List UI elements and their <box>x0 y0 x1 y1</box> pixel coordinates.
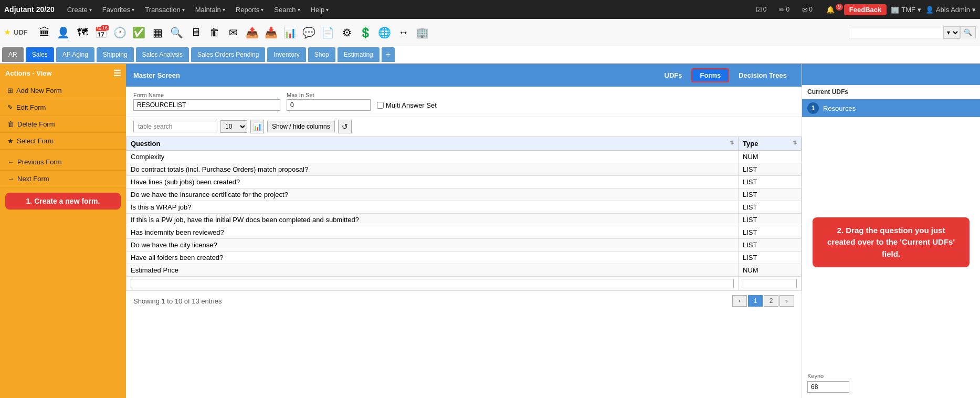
cell-type: LIST <box>739 176 802 188</box>
trash-toolbar-icon[interactable]: 🗑 <box>206 24 223 41</box>
tab-estimating[interactable]: Estimating <box>338 47 380 62</box>
nav-create[interactable]: Create ▾ <box>63 4 96 16</box>
table-row[interactable]: Do we have the insurance certificate for… <box>127 188 802 201</box>
doc-icon[interactable]: 📄 <box>320 24 336 41</box>
settings-icon[interactable]: ⚙ <box>339 24 355 41</box>
export-icon[interactable]: 📊 <box>250 120 264 133</box>
tab-forms[interactable]: Forms <box>691 68 729 82</box>
cell-type: LIST <box>739 226 802 239</box>
sidebar-item-add-new-form[interactable]: ⊞ Add New Form <box>0 82 126 99</box>
grid-icon[interactable]: ▦ <box>150 24 166 41</box>
tab-decision-trees[interactable]: Decision Trees <box>731 69 794 81</box>
sidebar-item-delete-form[interactable]: 🗑 Delete Form <box>0 116 126 133</box>
delete-icon: 🗑 <box>7 120 14 128</box>
show-hide-columns-button[interactable]: Show / hide columns <box>267 121 335 132</box>
tmf-selector[interactable]: 🏢 TMF ▾ <box>891 6 921 14</box>
nav-reports[interactable]: Reports ▾ <box>231 4 268 16</box>
per-page-select[interactable]: 10 25 50 100 <box>220 120 247 133</box>
cell-question: Estimated Price <box>127 264 739 277</box>
table-row[interactable]: Have lines (sub jobs) been created? LIST <box>127 176 802 188</box>
calendar-icon[interactable]: 📅 16 <box>93 24 110 41</box>
table-row[interactable]: If this is a PW job, have the initial PW… <box>127 214 802 226</box>
monitor-icon[interactable]: 🖥 <box>187 24 204 41</box>
tab-shop[interactable]: Shop <box>308 47 335 62</box>
cell-question: If this is a PW job, have the initial PW… <box>127 214 739 226</box>
mail-badge[interactable]: ✉ 0 <box>798 6 817 14</box>
search-toolbar-icon[interactable]: 🔍 <box>168 24 185 41</box>
arrows-icon[interactable]: ↔ <box>395 24 412 41</box>
person-icon[interactable]: 👤 <box>55 24 72 41</box>
page-1-button[interactable]: 1 <box>748 295 763 307</box>
tab-sales-analysis[interactable]: Sales Analysis <box>136 47 189 62</box>
cell-type: LIST <box>739 252 802 264</box>
table-row[interactable]: Complexity NUM <box>127 151 802 163</box>
page-2-button[interactable]: 2 <box>764 295 778 307</box>
sidebar-item-edit-form[interactable]: ✎ Edit Form <box>0 99 126 116</box>
nav-help[interactable]: Help ▾ <box>307 4 333 16</box>
building-icon[interactable]: 🏢 <box>414 24 431 41</box>
prev-page-button[interactable]: ‹ <box>732 295 747 307</box>
tab-udfs[interactable]: UDFs <box>657 69 690 81</box>
map-icon[interactable]: 🗺 <box>74 24 91 41</box>
tab-inventory[interactable]: Inventory <box>267 47 305 62</box>
edit-badge[interactable]: ✏ 0 <box>775 6 794 14</box>
max-in-set-input[interactable] <box>287 99 371 111</box>
filter-type[interactable] <box>743 279 797 288</box>
tab-add[interactable]: + <box>382 47 395 62</box>
table-row[interactable]: Do contract totals (incl. Purchase Order… <box>127 163 802 176</box>
feedback-button[interactable]: FeedBack <box>844 4 887 15</box>
global-search-input[interactable] <box>849 27 943 38</box>
nav-transaction[interactable]: Transaction ▾ <box>141 4 188 16</box>
table-row[interactable]: Do we have the city license? LIST <box>127 239 802 252</box>
table-row[interactable]: Is this a WRAP job? LIST <box>127 201 802 214</box>
tab-ap-aging[interactable]: AP Aging <box>56 47 94 62</box>
master-screen-title: Master Screen <box>133 71 180 79</box>
max-in-set-group: Max In Set <box>287 92 371 111</box>
right-panel: Current UDFs 1 Resources 2. Drag the que… <box>802 64 980 398</box>
cell-question: Complexity <box>127 151 739 163</box>
tab-ar[interactable]: AR <box>2 47 24 62</box>
upload-icon[interactable]: 📤 <box>244 24 261 41</box>
global-search-button[interactable]: 🔍 <box>960 26 976 38</box>
nav-favorites[interactable]: Favorites ▾ <box>98 4 139 16</box>
check-badge[interactable]: ☑ 0 <box>752 6 771 14</box>
sidebar-item-next-form[interactable]: → Next Form <box>0 171 126 187</box>
user-menu[interactable]: 👤 Abis Admin ▾ <box>925 6 976 14</box>
tab-shipping[interactable]: Shipping <box>97 47 134 62</box>
nav-maintain[interactable]: Maintain ▾ <box>191 4 229 16</box>
form-name-input[interactable] <box>133 99 280 111</box>
cell-question: Have all folders been created? <box>127 252 739 264</box>
cell-type: NUM <box>739 264 802 277</box>
hamburger-icon[interactable]: ☰ <box>113 68 121 78</box>
tab-sales-orders-pending[interactable]: Sales Orders Pending <box>191 47 265 62</box>
col-question[interactable]: Question ⇅ <box>127 137 739 151</box>
tab-sales[interactable]: Sales <box>26 47 54 62</box>
bell-badge[interactable]: 🔔 9 <box>821 6 840 14</box>
filter-question[interactable] <box>131 279 734 288</box>
delete-form-label: Delete Form <box>17 120 55 128</box>
table-row[interactable]: Estimated Price NUM <box>127 264 802 277</box>
checkmark-icon[interactable]: ✅ <box>131 24 147 41</box>
multi-answer-checkbox[interactable] <box>377 102 384 109</box>
table-search-input[interactable] <box>133 121 217 132</box>
refresh-icon[interactable]: ↺ <box>338 120 352 133</box>
global-search-scope[interactable]: ▾ <box>943 26 960 39</box>
chat-icon[interactable]: 💬 <box>301 24 318 41</box>
keyno-input[interactable] <box>807 381 849 393</box>
clock-icon[interactable]: 🕐 <box>112 24 129 41</box>
envelope-icon[interactable]: ✉ <box>225 24 242 41</box>
tabs-bar: AR Sales AP Aging Shipping Sales Analysi… <box>0 46 980 64</box>
sidebar-item-select-form[interactable]: ★ Select Form <box>0 133 126 150</box>
col-type[interactable]: Type ⇅ <box>739 137 802 151</box>
chart-icon[interactable]: 📊 <box>282 24 299 41</box>
globe-icon[interactable]: 🌐 <box>376 24 393 41</box>
nav-search[interactable]: Search ▾ <box>270 4 304 16</box>
table-row[interactable]: Has indemnity been reviewed? LIST <box>127 226 802 239</box>
sidebar-item-prev-form[interactable]: ← Previous Form <box>0 154 126 171</box>
download-icon[interactable]: 📥 <box>263 24 280 41</box>
dollar-icon[interactable]: 💲 <box>357 24 374 41</box>
next-form-label: Next Form <box>17 175 49 183</box>
bank-icon[interactable]: 🏛 <box>36 24 53 41</box>
table-row[interactable]: Have all folders been created? LIST <box>127 252 802 264</box>
next-page-button[interactable]: › <box>779 295 794 307</box>
